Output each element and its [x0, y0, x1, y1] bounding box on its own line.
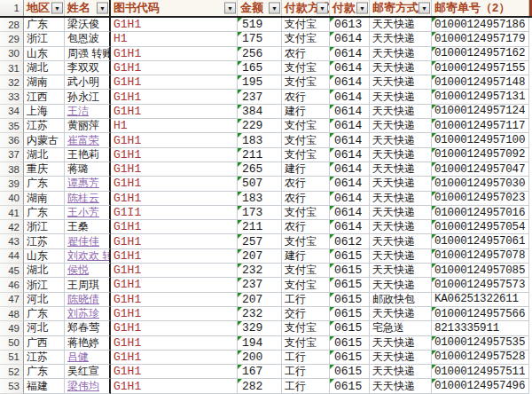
cell-book[interactable]: G1H1: [111, 321, 238, 335]
cell-name[interactable]: 王洁: [65, 105, 111, 119]
cell-amount[interactable]: 229: [238, 119, 282, 133]
cell-track[interactable]: 01000124957061: [432, 234, 529, 248]
cell-name[interactable]: 武小明: [65, 75, 111, 90]
cell-book[interactable]: G1H1: [111, 249, 238, 264]
cell-book[interactable]: G1H1: [111, 365, 238, 379]
cell-name[interactable]: 蒋璐: [65, 162, 111, 177]
cell-region[interactable]: 广东: [24, 307, 65, 321]
row-number[interactable]: 45: [0, 264, 24, 278]
cell-name[interactable]: 周强 转账: [65, 47, 111, 61]
cell-book[interactable]: G1H1: [111, 379, 238, 393]
cell-name[interactable]: 梁伟均: [65, 379, 111, 393]
cell-payd[interactable]: 0615: [330, 336, 370, 351]
cell-ship[interactable]: 邮政快包: [370, 293, 432, 307]
cell-book[interactable]: G1H1: [111, 220, 238, 234]
cell-name[interactable]: 谭惠芳: [65, 177, 111, 191]
cell-ship[interactable]: 天天快递: [370, 192, 432, 206]
cell-payd[interactable]: 0614: [330, 148, 370, 162]
column-header-paym[interactable]: 付款方式 ▼: [282, 0, 330, 16]
cell-paym[interactable]: 农行: [282, 177, 330, 191]
cell-name[interactable]: 王桑: [65, 220, 111, 234]
cell-book[interactable]: G1H1: [111, 75, 238, 90]
cell-payd[interactable]: 0614: [330, 206, 370, 220]
row-number[interactable]: 43: [0, 234, 24, 248]
cell-payd[interactable]: 0615: [330, 293, 370, 307]
cell-name[interactable]: 郑春莺: [65, 321, 111, 335]
cell-amount[interactable]: 183: [238, 133, 282, 147]
cell-payd[interactable]: 0615: [330, 249, 370, 264]
cell-amount[interactable]: 384: [238, 105, 282, 119]
cell-region[interactable]: 广东: [24, 365, 65, 379]
cell-paym[interactable]: 工行: [282, 365, 330, 379]
cell-ship[interactable]: 天天快递: [370, 264, 432, 278]
cell-name[interactable]: 陈桂云: [65, 192, 111, 206]
cell-amount[interactable]: 211: [238, 220, 282, 234]
cell-paym[interactable]: 支付宝: [282, 133, 330, 147]
cell-track[interactable]: 01000124957131: [432, 90, 529, 104]
cell-paym[interactable]: 农行: [282, 90, 330, 104]
row-number[interactable]: 42: [0, 220, 24, 234]
cell-track[interactable]: 01000124957179: [432, 32, 529, 46]
cell-book[interactable]: G1H1: [111, 133, 238, 147]
filter-dropdown-button[interactable]: ▼: [317, 3, 328, 14]
cell-amount[interactable]: 207: [238, 249, 282, 264]
cell-payd[interactable]: 0614: [330, 32, 370, 46]
cell-payd[interactable]: 0614: [330, 90, 370, 104]
cell-payd[interactable]: 0615: [330, 264, 370, 278]
row-number[interactable]: 29: [0, 32, 24, 46]
cell-track[interactable]: 01000124957023: [432, 192, 529, 206]
cell-amount[interactable]: 167: [238, 365, 282, 379]
cell-book[interactable]: G1H1: [111, 264, 238, 278]
cell-paym[interactable]: 农行: [282, 220, 330, 234]
cell-ship[interactable]: 天天快递: [370, 148, 432, 162]
cell-track[interactable]: 01000124957496: [432, 379, 529, 393]
cell-track[interactable]: 01000124957186: [432, 18, 529, 32]
cell-region[interactable]: 广东: [24, 18, 65, 32]
filter-dropdown-button[interactable]: ▼: [419, 3, 430, 14]
cell-track[interactable]: 01000124957566: [432, 307, 529, 321]
cell-track[interactable]: 01000124957148: [432, 75, 529, 90]
cell-region[interactable]: 广东: [24, 177, 65, 191]
cell-amount[interactable]: 232: [238, 307, 282, 321]
cell-ship[interactable]: 天天快递: [370, 177, 432, 191]
cell-payd[interactable]: 0615: [330, 307, 370, 321]
cell-region[interactable]: 江西: [24, 90, 65, 104]
cell-paym[interactable]: 支付宝: [282, 148, 330, 162]
cell-amount[interactable]: 175: [238, 32, 282, 46]
cell-amount[interactable]: 282: [238, 379, 282, 393]
row-number[interactable]: 38: [0, 162, 24, 177]
cell-region[interactable]: 浙江: [24, 220, 65, 234]
cell-book[interactable]: G1H1: [111, 293, 238, 307]
row-number[interactable]: 39: [0, 177, 24, 191]
cell-paym[interactable]: 工行: [282, 379, 330, 393]
cell-ship[interactable]: 天天快递: [370, 75, 432, 90]
cell-book[interactable]: G1H1: [111, 18, 238, 32]
cell-track[interactable]: 01000124957528: [432, 351, 529, 365]
cell-name[interactable]: 吴红宣: [65, 365, 111, 379]
cell-name[interactable]: 李双双: [65, 61, 111, 75]
cell-paym[interactable]: 支付宝: [282, 234, 330, 248]
cell-region[interactable]: 山东: [24, 249, 65, 264]
corner-row-number-cell[interactable]: 1: [0, 0, 24, 16]
cell-ship[interactable]: 天天快递: [370, 133, 432, 147]
cell-book[interactable]: G1H1: [111, 192, 238, 206]
cell-ship[interactable]: 天天快递: [370, 206, 432, 220]
cell-ship[interactable]: 宅急送: [370, 321, 432, 335]
cell-track[interactable]: 01000124957117: [432, 119, 529, 133]
cell-name[interactable]: 刘欢欢 转: [65, 249, 111, 264]
cell-book[interactable]: G1H1: [111, 234, 238, 248]
cell-name[interactable]: 陈晓倩: [65, 293, 111, 307]
cell-payd[interactable]: 0615: [330, 321, 370, 335]
cell-book[interactable]: G1H1: [111, 351, 238, 365]
cell-paym[interactable]: 工行: [282, 293, 330, 307]
cell-track[interactable]: 8213335911: [432, 321, 529, 335]
cell-track[interactable]: 01000124957016: [432, 206, 529, 220]
cell-track[interactable]: KA06251322611: [432, 293, 529, 307]
cell-paym[interactable]: 农行: [282, 47, 330, 61]
cell-paym[interactable]: 支付宝: [282, 119, 330, 133]
cell-book[interactable]: H1: [111, 119, 238, 133]
row-number[interactable]: 31: [0, 61, 24, 75]
row-number[interactable]: 40: [0, 192, 24, 206]
row-number[interactable]: 41: [0, 206, 24, 220]
cell-amount[interactable]: 195: [238, 75, 282, 90]
